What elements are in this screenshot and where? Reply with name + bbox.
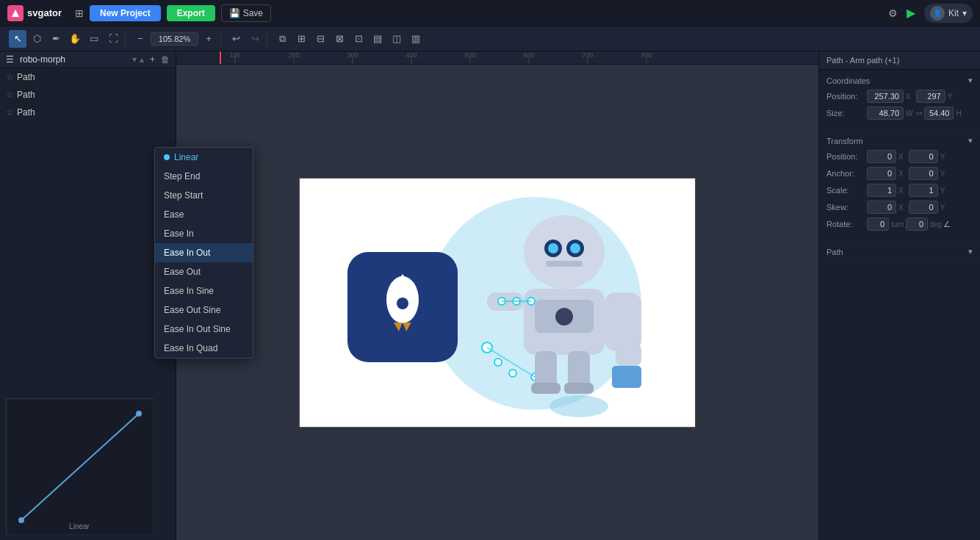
align-btn-5[interactable]: ⊡ bbox=[350, 30, 367, 48]
history-group: ↩ ↪ bbox=[224, 30, 267, 48]
undo-button[interactable]: ↩ bbox=[227, 30, 245, 48]
skew-x[interactable] bbox=[867, 201, 896, 214]
svg-point-30 bbox=[550, 395, 608, 417]
skew-y[interactable] bbox=[909, 201, 938, 214]
dd-ease-in[interactable]: Ease In bbox=[155, 224, 253, 243]
scale-x[interactable] bbox=[867, 184, 896, 197]
scale-label: Scale: bbox=[826, 186, 867, 195]
align-btn-1[interactable]: ⧉ bbox=[273, 30, 291, 48]
size-w-axis: W bbox=[906, 109, 912, 118]
new-project-button[interactable]: New Project bbox=[90, 5, 161, 21]
dd-ease-in-sine[interactable]: Ease In Sine bbox=[155, 281, 253, 300]
toolbar: ↖ ⬡ ✒ ✋ ▭ ⛶ − 105.82% + ↩ ↪ ⧉ ⊞ ⊟ ⊠ ⊡ ▤ … bbox=[0, 26, 980, 51]
align-btn-8[interactable]: ▥ bbox=[407, 30, 425, 48]
avatar: 👤 bbox=[930, 6, 945, 21]
path-collapse[interactable]: ▾ bbox=[968, 247, 973, 256]
dd-item-label: Ease In bbox=[164, 228, 194, 239]
dd-ease-in-out[interactable]: Ease In Out bbox=[155, 243, 253, 262]
position-x-input[interactable] bbox=[867, 90, 904, 103]
zoom-out-button[interactable]: − bbox=[131, 30, 149, 48]
add-layer-button[interactable]: + bbox=[150, 54, 155, 65]
transform-pos-x[interactable] bbox=[867, 150, 896, 163]
expand-icon[interactable]: ▴ bbox=[140, 54, 144, 65]
zoom-display: 105.82% bbox=[151, 32, 198, 46]
select-tool[interactable]: ↖ bbox=[9, 30, 26, 48]
svg-rect-57 bbox=[612, 366, 641, 388]
scale-y[interactable] bbox=[909, 184, 938, 197]
align-btn-3[interactable]: ⊟ bbox=[311, 30, 329, 48]
easing-dropdown: Linear Step End Step Start Ease Ease In … bbox=[154, 147, 253, 359]
user-badge[interactable]: 👤 Kit ▾ bbox=[924, 4, 973, 23]
settings-icon[interactable]: ⚙ bbox=[888, 7, 898, 19]
rotate-unit2: deg bbox=[929, 220, 942, 228]
dd-step-end[interactable]: Step End bbox=[155, 167, 253, 186]
zoom-in-button[interactable]: + bbox=[200, 30, 217, 48]
svg-text:300: 300 bbox=[347, 51, 358, 59]
dd-ease-in-quad[interactable]: Ease In Quad bbox=[155, 339, 253, 358]
star-icon: ☆ bbox=[6, 90, 14, 100]
skew-row: Skew: X Y bbox=[826, 201, 973, 214]
rotate-angle-icon[interactable]: ∠ bbox=[943, 220, 951, 229]
pos-y-axis: Y bbox=[948, 93, 953, 101]
app-grid-icon[interactable]: ⊞ bbox=[75, 7, 84, 19]
align-btn-4[interactable]: ⊠ bbox=[331, 30, 348, 48]
dd-item-label: Ease In Quad bbox=[164, 343, 217, 353]
anchor-x[interactable] bbox=[867, 167, 896, 180]
dd-ease-in-out-sine[interactable]: Ease In Out Sine bbox=[155, 320, 253, 339]
list-item[interactable]: ☆ Path bbox=[0, 68, 176, 86]
export-button[interactable]: Export bbox=[167, 5, 215, 21]
direct-select-tool[interactable]: ⬡ bbox=[28, 30, 46, 48]
svg-point-52 bbox=[509, 370, 516, 377]
hand-tool[interactable]: ✋ bbox=[66, 30, 84, 48]
t-pos-y-axis: Y bbox=[940, 153, 945, 161]
username: Kit bbox=[948, 8, 959, 18]
align-btn-2[interactable]: ⊞ bbox=[292, 30, 310, 48]
pen-tool[interactable]: ✒ bbox=[47, 30, 65, 48]
transform-collapse[interactable]: ▾ bbox=[968, 136, 973, 145]
right-panel: Path - Arm path (+1) Coordinates ▾ Posit… bbox=[818, 51, 980, 540]
coordinates-collapse[interactable]: ▾ bbox=[968, 76, 973, 85]
align-btn-7[interactable]: ◫ bbox=[388, 30, 406, 48]
rotate-val2[interactable] bbox=[906, 217, 928, 231]
dd-ease-out-sine[interactable]: Ease Out Sine bbox=[155, 300, 253, 320]
delete-layer-button[interactable]: 🗑 bbox=[161, 54, 170, 65]
menu-icon[interactable]: ☰ bbox=[6, 54, 14, 65]
svg-text:600: 600 bbox=[523, 51, 534, 59]
project-tab[interactable]: robo-morph bbox=[20, 54, 65, 65]
list-item[interactable]: ☆ Path bbox=[0, 104, 176, 121]
sk-y-axis: Y bbox=[940, 204, 945, 212]
svg-point-44 bbox=[555, 308, 573, 325]
position-y-input[interactable] bbox=[916, 90, 945, 103]
easing-graph: Linear bbox=[6, 398, 153, 534]
collapse-icon[interactable]: ▾ bbox=[132, 54, 137, 65]
anchor-y[interactable] bbox=[909, 167, 938, 180]
svg-text:700: 700 bbox=[582, 51, 593, 59]
zoom-tool[interactable]: ⛶ bbox=[104, 30, 122, 48]
size-h-axis: H bbox=[956, 109, 961, 118]
dd-ease-out[interactable]: Ease Out bbox=[155, 262, 253, 281]
align-btn-6[interactable]: ▤ bbox=[369, 30, 386, 48]
link-icon[interactable]: ⇔ bbox=[916, 109, 923, 118]
size-h-input[interactable] bbox=[924, 107, 954, 120]
tool-group-select: ↖ ⬡ ✒ ✋ ▭ ⛶ bbox=[6, 30, 126, 48]
transform-pos-y[interactable] bbox=[909, 150, 938, 163]
transform-pos-label: Position: bbox=[826, 152, 867, 161]
save-button[interactable]: 💾 Save bbox=[221, 4, 271, 22]
rotate-val[interactable] bbox=[867, 217, 889, 231]
anc-x-axis: X bbox=[898, 170, 904, 178]
svg-point-8 bbox=[18, 517, 24, 523]
coordinates-title: Coordinates bbox=[826, 76, 870, 85]
dd-linear[interactable]: Linear bbox=[155, 148, 253, 167]
rectangle-tool[interactable]: ▭ bbox=[85, 30, 103, 48]
dd-item-label: Step End bbox=[164, 171, 200, 181]
redo-button[interactable]: ↪ bbox=[246, 30, 264, 48]
play-icon[interactable]: ▶ bbox=[907, 6, 915, 20]
list-item[interactable]: ☆ Path bbox=[0, 86, 176, 104]
dd-item-label: Ease Out Sine bbox=[164, 305, 220, 315]
size-w-input[interactable] bbox=[867, 107, 904, 120]
svg-text:500: 500 bbox=[464, 51, 475, 59]
canvas-bg bbox=[299, 178, 696, 428]
horizontal-ruler: 100 200 300 400 500 600 700 800 bbox=[176, 51, 818, 65]
dd-step-start[interactable]: Step Start bbox=[155, 186, 253, 205]
dd-ease[interactable]: Ease bbox=[155, 205, 253, 224]
